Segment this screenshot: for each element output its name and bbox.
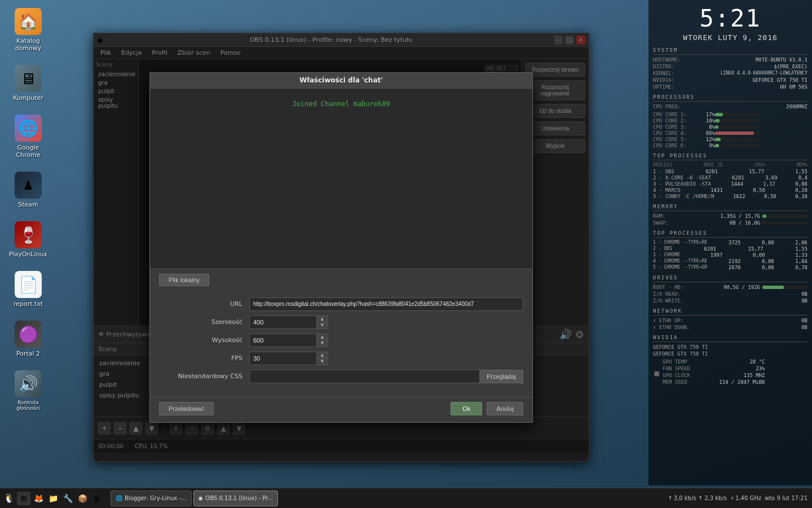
- conky-section-top-proc: TOP PROCESSES: [653, 153, 807, 160]
- width-input-group: ▲ ▼: [249, 316, 328, 329]
- core3-bar: [715, 125, 760, 129]
- taskbar: 🐧 ⊞ 🦊 📁 🔧 📦 🖥 🌐 Blogger: Gry-Linux -... …: [0, 488, 812, 508]
- width-row: Szerokość ▲ ▼: [159, 316, 523, 329]
- fps-input-group: ▲ ▼: [249, 352, 328, 365]
- core2-bar: [715, 119, 760, 122]
- taskbar-icon-2[interactable]: 🦊: [32, 492, 45, 505]
- conky-core6: CPU CORE 6: 9%: [653, 143, 807, 148]
- desktop-icon-label: Google Chrome: [8, 144, 48, 159]
- conky-proc2-3: 3 - CHROME19970,001,33: [653, 252, 807, 258]
- dialog-actions: Przeładować Ok Anuluj: [150, 397, 532, 422]
- taskbar-win-blogger[interactable]: 🌐 Blogger: Gry-Linux -...: [111, 491, 192, 506]
- desktop-icon-speaker[interactable]: 🔊 Kontrola głośności: [6, 368, 51, 413]
- taskbar-icon-1[interactable]: ⊞: [17, 492, 30, 505]
- desktop-icon-playonlinux[interactable]: 🍷 PlayOnLinux: [6, 219, 51, 260]
- taskbar-icon-3[interactable]: 📁: [46, 492, 60, 505]
- ram-bar: [762, 214, 807, 218]
- conky-uptime: UPTIME: 0H 6M 56S: [653, 84, 807, 90]
- fps-input[interactable]: [249, 352, 317, 365]
- desktop-icon-steam[interactable]: ♟ Steam: [6, 169, 51, 211]
- tray-battery[interactable]: ⚡ 1,40 GHz: [730, 495, 761, 501]
- ok-cancel-group: Ok Anuluj: [451, 402, 523, 415]
- folder-icon: 🏠: [15, 8, 42, 35]
- conky-section-system: SYSTEM: [653, 47, 807, 55]
- css-input-group: Przeglądaj: [249, 370, 523, 383]
- conky-panel: 5:21 WTOREK LUTY 9, 2016 SYSTEM HOSTNAME…: [648, 0, 812, 485]
- css-row: Niestandardowy CSS Przeglądaj: [159, 370, 523, 383]
- desktop-icon-label: Katalog domowy: [8, 37, 48, 52]
- conky-section-memory: MEMORY: [653, 204, 807, 211]
- url-input[interactable]: [249, 297, 523, 311]
- taskbar-menu-btn[interactable]: 🐧: [2, 492, 16, 505]
- taskbar-win-blogger-label: Blogger: Gry-Linux -...: [125, 495, 187, 501]
- width-spinner[interactable]: ▲ ▼: [317, 316, 328, 329]
- width-down-arrow[interactable]: ▼: [317, 322, 328, 329]
- conky-ram: RAM: 1,35G / 15,7G: [653, 213, 807, 219]
- conky-distro: DISTRO: ${PRE_EXEC}: [653, 64, 807, 69]
- fps-up-arrow[interactable]: ▲: [317, 352, 328, 359]
- desktop-icon-katalog[interactable]: 🏠 Katalog domowy: [6, 6, 51, 54]
- conky-section-top-proc2: TOP PROCESSES: [653, 230, 807, 238]
- taskbar-win-obs[interactable]: ◉ OBS 0.13.1 (linux) - Pr...: [193, 491, 278, 506]
- ok-button[interactable]: Ok: [451, 402, 482, 415]
- desktop-icon-chrome[interactable]: 🌐 Google Chrome: [6, 112, 51, 161]
- taskbar-icon-5[interactable]: 📦: [76, 492, 89, 505]
- conky-root-hd: ROOT - HD: 90,5G / 192G: [653, 284, 807, 290]
- local-file-button[interactable]: Plik lokalny: [159, 274, 209, 286]
- conky-proc2-1: 1 - CHROME --TYPE=RE37250,002,06: [653, 240, 807, 246]
- desktop-icon-label: Portal 2: [16, 350, 40, 357]
- dialog-title: Właściwości dla 'chat': [299, 76, 383, 84]
- conky-core5: CPU CORE 5: 12%: [653, 137, 807, 142]
- conky-proc4: 4 - MARCO14310,500,20: [653, 187, 807, 193]
- properties-dialog: Właściwości dla 'chat' Joined Channel ma…: [149, 72, 533, 423]
- core6-bar: [715, 144, 760, 147]
- height-input[interactable]: [249, 334, 317, 347]
- width-input[interactable]: [249, 316, 317, 329]
- height-row: Wysokość ▲ ▼: [159, 334, 523, 347]
- height-up-arrow[interactable]: ▲: [317, 334, 328, 341]
- width-up-arrow[interactable]: ▲: [317, 316, 328, 323]
- conky-date: WTOREK LUTY 9, 2016: [653, 33, 807, 42]
- fps-label: FPS: [159, 354, 249, 362]
- steam-icon: ♟: [15, 172, 42, 199]
- desktop-icon-label: Komputer: [13, 94, 43, 102]
- browse-button[interactable]: Przeglądaj: [480, 370, 523, 383]
- conky-swap: SWAP: 0B / 16,0G: [653, 220, 807, 226]
- taskbar-left: 🐧 ⊞ 🦊 📁 🔧 📦 🖥: [0, 492, 106, 505]
- gpu-icon: ▪: [653, 366, 660, 380]
- url-row: URL: [159, 297, 523, 311]
- css-label: Niestandardowy CSS: [159, 373, 249, 380]
- dialog-preview-text: Joined Channel maburek89: [292, 100, 390, 108]
- dialog-overlay-container: Właściwości dla 'chat' Joined Channel ma…: [93, 33, 589, 462]
- blogger-icon: 🌐: [116, 495, 122, 501]
- conky-core3: CPU CORE 3: 8%: [653, 124, 807, 130]
- tray-datetime[interactable]: wto 9 lut 17:21: [765, 495, 807, 501]
- reload-button[interactable]: Przeładować: [159, 402, 214, 415]
- computer-icon: 🖥: [15, 65, 42, 92]
- conky-time: 5:21: [653, 5, 807, 32]
- css-input[interactable]: [249, 370, 480, 383]
- desktop-icon-label: report.txt: [14, 300, 43, 308]
- chrome-icon: 🌐: [15, 115, 42, 142]
- conky-core1: CPU CORE 1: 17%: [653, 112, 807, 117]
- desktop-icon-portal[interactable]: 🟣 Portal 2: [6, 318, 51, 360]
- height-down-arrow[interactable]: ▼: [317, 340, 328, 347]
- taskbar-icon-4[interactable]: 🔧: [61, 492, 74, 505]
- conky-mem-used: MEM USED 114 / 2047 MiB0: [663, 379, 765, 385]
- fps-spinner[interactable]: ▲ ▼: [317, 352, 328, 365]
- conky-section-processors: PROCESSORS: [653, 94, 807, 102]
- tray-network[interactable]: ↑ 3,0 kb/s ↑ 2,3 kb/s: [668, 495, 727, 501]
- cancel-button[interactable]: Anuluj: [487, 402, 523, 415]
- dialog-local-file-row: Plik lokalny: [150, 269, 532, 291]
- desktop-icon-label: Kontrola głośności: [8, 400, 48, 411]
- height-spinner[interactable]: ▲ ▼: [317, 334, 328, 347]
- conky-proc2-4: 4 - CHROME --TYPE=RE21920,001,04: [653, 259, 807, 264]
- desktop-icon-komputer[interactable]: 🖥 Komputer: [6, 63, 51, 104]
- conky-proc2-2: 2 - OBS620115,771,55: [653, 246, 807, 252]
- desktop-icon-report[interactable]: 📄 report.txt: [6, 269, 51, 310]
- gpu-stats: GPU TEMP 28 °C FAN SPEED 23% GPU CLOCK 1…: [663, 359, 765, 386]
- playonlinux-icon: 🍷: [15, 221, 42, 248]
- cpu-freq: 1,40 GHz: [735, 495, 761, 501]
- fps-down-arrow[interactable]: ▼: [317, 358, 328, 365]
- taskbar-icon-6[interactable]: 🖥: [90, 492, 104, 505]
